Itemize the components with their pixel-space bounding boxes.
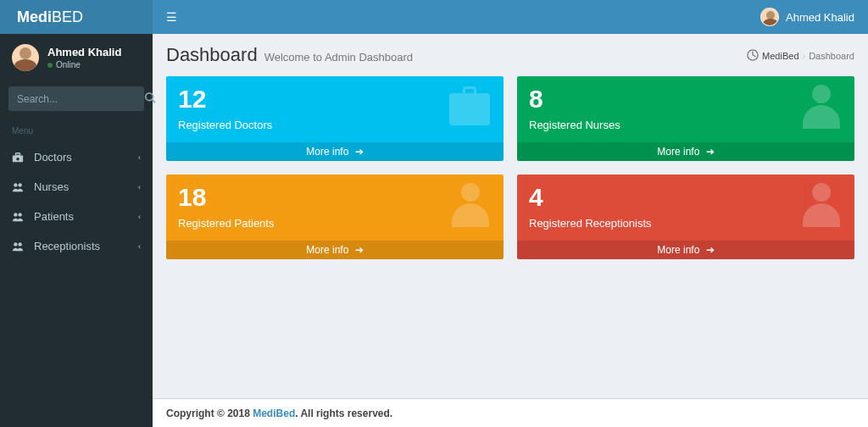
card-more-label: More info bbox=[657, 244, 699, 256]
avatar-icon bbox=[12, 44, 39, 71]
arrow-circle-right-icon: ➔ bbox=[355, 146, 364, 158]
users-icon bbox=[12, 241, 27, 252]
arrow-circle-right-icon: ➔ bbox=[706, 146, 715, 158]
svg-line-14 bbox=[753, 55, 756, 57]
footer-suffix: . All rights reserved. bbox=[295, 408, 392, 419]
logo-text-bold: Medi bbox=[17, 8, 52, 26]
sidebar-item-label: Nurses bbox=[34, 180, 69, 193]
card-label: Registered Patients bbox=[178, 217, 492, 230]
card-more-label: More info bbox=[657, 146, 699, 158]
search-input[interactable] bbox=[17, 93, 144, 105]
breadcrumb-root[interactable]: MediBed bbox=[762, 51, 798, 61]
breadcrumb-current: Dashboard bbox=[809, 51, 854, 61]
chevron-left-icon: ‹ bbox=[138, 183, 141, 191]
card-more-label: More info bbox=[306, 244, 348, 256]
footer-copyright: Copyright © 2018 bbox=[166, 408, 253, 419]
sidebar-item-label: Receptionists bbox=[34, 240, 100, 252]
users-icon bbox=[12, 181, 27, 193]
content-area: Dashboard Welcome to Admin Dashboard Med… bbox=[153, 34, 868, 398]
status-online-icon bbox=[47, 63, 53, 68]
avatar-icon bbox=[760, 8, 779, 26]
header-user-name: Ahmed Khalid bbox=[786, 11, 854, 24]
card-registered-receptionists: 4 Registered Receptionists More info ➔ bbox=[517, 175, 854, 259]
person-icon bbox=[798, 81, 844, 136]
chevron-left-icon: ‹ bbox=[138, 213, 141, 221]
breadcrumb-separator: › bbox=[803, 51, 806, 61]
briefcase-medical-icon bbox=[12, 152, 27, 164]
card-more-link[interactable]: More info ➔ bbox=[166, 241, 504, 259]
sidebar-item-receptionists[interactable]: Receptionists ‹ bbox=[0, 231, 153, 261]
sidebar-user-status: Online bbox=[47, 60, 121, 69]
card-value: 12 bbox=[178, 85, 492, 114]
svg-point-8 bbox=[14, 213, 17, 216]
svg-point-7 bbox=[18, 183, 21, 186]
card-more-link[interactable]: More info ➔ bbox=[517, 142, 854, 161]
sidebar-status-text: Online bbox=[56, 60, 81, 69]
sidebar: Ahmed Khalid Online Menu Doctors ‹ Nurse… bbox=[0, 34, 153, 427]
top-header: MediBED ☰ Ahmed Khalid bbox=[0, 0, 868, 34]
dashboard-icon bbox=[747, 49, 759, 63]
logo-text-light: BED bbox=[52, 8, 83, 26]
svg-point-6 bbox=[14, 183, 17, 186]
svg-rect-5 bbox=[16, 158, 19, 159]
hamburger-icon: ☰ bbox=[166, 10, 177, 24]
app-logo[interactable]: MediBED bbox=[0, 0, 153, 34]
arrow-circle-right-icon: ➔ bbox=[706, 244, 715, 256]
person-icon bbox=[448, 180, 493, 234]
card-more-link[interactable]: More info ➔ bbox=[166, 142, 504, 161]
sidebar-item-label: Patients bbox=[34, 210, 74, 223]
svg-point-11 bbox=[18, 242, 21, 246]
users-icon bbox=[12, 211, 27, 223]
page-subtitle: Welcome to Admin Dashboard bbox=[264, 51, 413, 64]
content-header: Dashboard Welcome to Admin Dashboard Med… bbox=[166, 44, 854, 66]
sidebar-user-name: Ahmed Khalid bbox=[47, 46, 121, 58]
card-value: 18 bbox=[178, 183, 492, 212]
chevron-left-icon: ‹ bbox=[138, 153, 141, 162]
person-icon bbox=[798, 180, 844, 234]
chevron-left-icon: ‹ bbox=[138, 242, 141, 251]
arrow-circle-right-icon: ➔ bbox=[355, 244, 364, 256]
header-user[interactable]: Ahmed Khalid bbox=[760, 8, 868, 26]
card-label: Registered Doctors bbox=[178, 119, 492, 131]
sidebar-item-patients[interactable]: Patients ‹ bbox=[0, 202, 153, 231]
card-value: 8 bbox=[529, 85, 843, 114]
card-registered-nurses: 8 Registered Nurses More info ➔ bbox=[517, 76, 854, 161]
card-registered-patients: 18 Registered Patients More info ➔ bbox=[166, 175, 504, 259]
sidebar-item-nurses[interactable]: Nurses ‹ bbox=[0, 172, 153, 202]
sidebar-item-doctors[interactable]: Doctors ‹ bbox=[0, 142, 153, 172]
card-label: Registered Receptionists bbox=[529, 217, 843, 230]
svg-rect-3 bbox=[15, 152, 19, 155]
footer-brand-link[interactable]: MediBed bbox=[253, 408, 295, 419]
breadcrumb: MediBed › Dashboard bbox=[747, 49, 854, 63]
footer: Copyright © 2018 MediBed. All rights res… bbox=[153, 398, 868, 427]
sidebar-user-panel: Ahmed Khalid Online bbox=[0, 34, 153, 81]
svg-point-10 bbox=[14, 242, 17, 246]
card-more-label: More info bbox=[306, 146, 348, 158]
card-label: Registered Nurses bbox=[529, 119, 843, 131]
card-more-link[interactable]: More info ➔ bbox=[517, 241, 854, 259]
svg-point-9 bbox=[18, 213, 21, 216]
search-box bbox=[8, 86, 144, 111]
stat-cards: 12 Registered Doctors More info ➔ 8 Regi… bbox=[166, 76, 854, 259]
card-value: 4 bbox=[529, 183, 843, 212]
medkit-icon bbox=[446, 81, 493, 129]
sidebar-item-label: Doctors bbox=[34, 151, 72, 164]
sidebar-menu-label: Menu bbox=[0, 119, 153, 142]
page-title: Dashboard bbox=[166, 44, 258, 66]
card-registered-doctors: 12 Registered Doctors More info ➔ bbox=[166, 76, 504, 161]
menu-toggle-button[interactable]: ☰ bbox=[153, 10, 191, 24]
